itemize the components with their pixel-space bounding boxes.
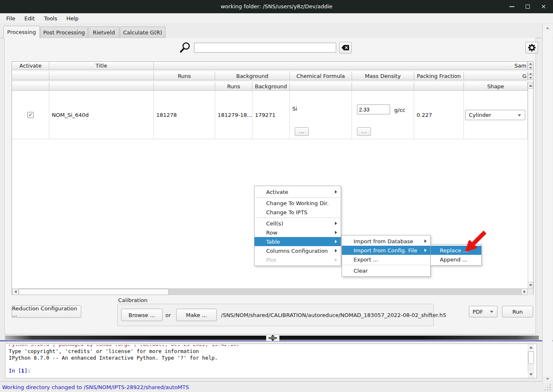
menu-item-columns-configuration[interactable]: Columns Configuration — [255, 246, 341, 255]
check-icon: ✓ — [28, 112, 32, 118]
window-resize-grip[interactable] — [544, 384, 552, 391]
table-scroll-up-button[interactable] — [528, 82, 533, 89]
menu-item-row[interactable]: Row — [255, 228, 341, 237]
menu-separator — [255, 197, 340, 198]
make-calibration-button[interactable]: Make ... — [176, 309, 217, 321]
console-scroll-down-button[interactable] — [528, 371, 534, 377]
console-banner-line3: IPython 8.7.0 -- An enhanced Interactive… — [9, 355, 536, 361]
submenu-arrow-icon — [335, 222, 337, 225]
minimize-button[interactable] — [506, 1, 518, 12]
ipython-console[interactable]: Python 3.10.8 | packaged by conda-forge … — [5, 344, 537, 378]
tab-post-processing[interactable]: Post Processing — [40, 27, 88, 38]
header1-spin-up[interactable] — [528, 62, 533, 66]
cell-packing-fraction[interactable]: 0.227 — [414, 91, 464, 139]
cell-title[interactable]: NOM_Si_640d — [49, 91, 154, 139]
shape-combobox[interactable]: Cylinder — [465, 110, 525, 120]
title-bar: working folder: /SNS/users/y8z/Dev/addie… — [0, 0, 553, 13]
header-packing-fraction: Packing Fraction — [414, 72, 464, 80]
tab-rietveld[interactable]: Rietveld — [88, 27, 119, 38]
page-vertical-scrollbar[interactable] — [542, 24, 553, 383]
header3-blank-1 — [12, 82, 49, 91]
header-title: Title — [49, 62, 154, 70]
context-menu: Activate Change To Working Dir. Change T… — [254, 186, 341, 266]
submenu-arrow-icon — [335, 258, 337, 261]
cell-chemical-formula[interactable]: Si ... — [290, 91, 352, 139]
mass-density-units: g/cc — [394, 107, 405, 113]
header-bg-background: Background — [252, 82, 290, 91]
submenu-arrow-icon — [335, 231, 337, 234]
cell-sample-runs[interactable]: 181278 — [154, 91, 215, 139]
splitter-handle[interactable] — [266, 334, 279, 341]
maximize-button[interactable] — [521, 1, 534, 12]
mass-density-browse-button[interactable]: ... — [357, 127, 371, 136]
maximize-icon — [526, 5, 530, 9]
tab-processing[interactable]: Processing — [3, 26, 40, 38]
menu-item-cells[interactable]: Cell(s) — [255, 219, 341, 228]
table-scroll-down-button[interactable] — [528, 282, 533, 288]
menu-tools[interactable]: Tools — [39, 14, 62, 23]
menu-item-import-from-database[interactable]: Import from Database — [342, 237, 430, 246]
table-vertical-scrollbar[interactable] — [528, 82, 533, 288]
menu-file[interactable]: File — [2, 14, 20, 23]
table-scroll-right-button[interactable] — [521, 288, 528, 295]
submenu-arrow-icon — [424, 240, 427, 243]
header-activate: Activate — [12, 62, 49, 70]
menu-help[interactable]: Help — [62, 14, 83, 23]
mass-density-input[interactable] — [357, 104, 390, 114]
table-hscroll-thumb[interactable] — [19, 289, 169, 295]
or-label: or — [165, 312, 171, 318]
console-prompt: In [1]: — [9, 368, 536, 374]
menu-edit[interactable]: Edit — [20, 14, 39, 23]
cell-shape[interactable]: Cylinder — [464, 91, 528, 139]
table-scroll-left-button[interactable] — [12, 288, 19, 295]
page-scroll-down-button[interactable] — [543, 375, 552, 382]
activate-checkbox[interactable]: ✓ — [27, 112, 34, 118]
menu-item-table[interactable]: Table — [255, 237, 341, 246]
header1-spin-down[interactable] — [528, 66, 533, 70]
chemical-formula-browse-button[interactable]: ... — [295, 127, 309, 136]
menu-item-change-to-ipts[interactable]: Change To IPTS — [255, 208, 341, 217]
tab-calculate-gr[interactable]: Calculate G(R) — [120, 27, 165, 38]
clear-search-button[interactable] — [339, 42, 352, 53]
clear-backspace-icon — [341, 45, 349, 51]
page-scroll-up-button[interactable] — [543, 24, 552, 31]
run-button[interactable]: Run — [502, 306, 533, 317]
menu-item-change-to-working-dir[interactable]: Change To Working Dir. — [255, 198, 341, 208]
search-input[interactable] — [194, 43, 336, 53]
statusbar-separator — [0, 381, 553, 382]
console-scroll-thumb[interactable] — [528, 351, 534, 364]
console-scroll-up-button[interactable] — [528, 344, 534, 351]
browse-calibration-button[interactable]: Browse ... — [121, 309, 163, 321]
header2-spin-up[interactable] — [528, 72, 533, 76]
reduction-configuration-button[interactable]: Reduction Configuration ... — [12, 305, 81, 318]
header3-blank-4 — [290, 82, 352, 91]
settings-button[interactable] — [525, 42, 538, 53]
header-bg-runs: Runs — [215, 82, 252, 91]
shape-value: Cylinder — [469, 112, 491, 118]
submenu-arrow-icon — [335, 240, 337, 243]
cell-activate[interactable]: ✓ — [12, 91, 49, 139]
header3-blank-5 — [352, 82, 414, 91]
header2-spin-down[interactable] — [528, 76, 533, 80]
menu-item-activate[interactable]: Activate — [255, 187, 341, 196]
menu-item-import-from-config-file[interactable]: Import from Config. File — [342, 246, 430, 255]
header-shape: Shape — [464, 82, 528, 91]
cell-background-background[interactable]: 179271 — [252, 91, 290, 139]
statusbar-message: Working directory changed to /SNS/NOM/IP… — [2, 384, 189, 390]
header2-blank-1 — [12, 72, 49, 80]
cell-mass-density[interactable]: g/cc ... — [352, 91, 414, 139]
console-blank-line — [9, 361, 536, 368]
menu-item-export[interactable]: Export ... — [342, 255, 430, 264]
menu-item-replace[interactable]: Replace ... — [431, 246, 481, 255]
cell-background-runs[interactable]: 181279-18... — [215, 91, 252, 139]
menu-item-clear[interactable]: Clear — [342, 266, 430, 275]
minimize-icon — [509, 6, 514, 7]
console-banner-clipped: Python 3.10.8 | packaged by conda-forge … — [9, 345, 536, 348]
close-icon: ✕ — [541, 3, 546, 10]
output-type-combobox[interactable]: PDF — [469, 306, 497, 317]
chevron-down-icon — [518, 114, 521, 116]
header-chemical-formula: Chemical Formula — [290, 72, 352, 80]
close-button[interactable]: ✕ — [537, 1, 550, 12]
header-mass-density: Mass Density — [352, 72, 414, 80]
menu-item-append[interactable]: Append ... — [431, 255, 481, 264]
